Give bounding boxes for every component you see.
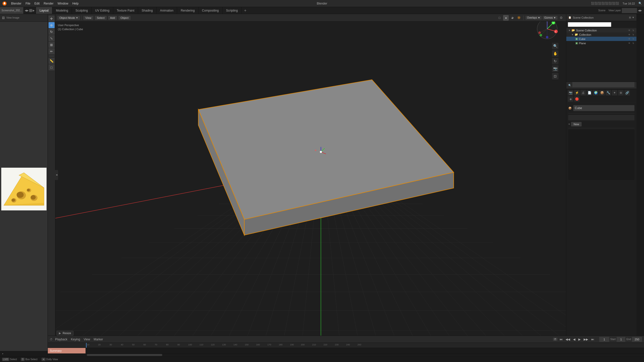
plane-vis-btn[interactable]: 👁 <box>628 42 630 44</box>
search-icon[interactable]: 🔍 <box>638 2 642 5</box>
playback-menu[interactable]: Playback <box>54 337 68 341</box>
rotate-tool[interactable]: ↻ <box>49 29 55 35</box>
menu-render[interactable]: Render <box>42 1 55 6</box>
data-props-btn[interactable]: ◈ <box>568 96 573 102</box>
menu-blender[interactable]: Blender <box>9 1 23 6</box>
view-layer-props-btn[interactable]: 📄 <box>587 90 592 96</box>
modifier-props-btn[interactable]: 🔧 <box>606 90 611 96</box>
tab-rendering[interactable]: Rendering <box>177 7 198 14</box>
viewport-options-btn[interactable]: ⚙ <box>558 15 564 21</box>
jump-start-btn[interactable]: ⏮ <box>558 337 564 341</box>
plane-restrict-btn[interactable]: 🖱 <box>632 42 634 44</box>
outliner-panel: 📋 Scene Collection ⊞ ▼ ▼ 📂 Scene Collect… <box>566 14 636 82</box>
tab-animation[interactable]: Animation <box>156 7 177 14</box>
properties-header: 🔍 <box>566 82 636 89</box>
scene-collection-vis-btn[interactable]: 👁 <box>628 29 630 32</box>
constraints-props-btn[interactable]: 🔗 <box>624 90 630 96</box>
object-props-btn[interactable]: 📦 <box>599 90 605 96</box>
tab-sculpting[interactable]: Sculpting <box>72 7 92 14</box>
prev-keyframe-btn[interactable]: ◀◀ <box>565 337 571 341</box>
current-frame-input[interactable] <box>599 337 609 342</box>
viewport-add-menu[interactable]: Add <box>108 16 117 20</box>
outliner-view-btn[interactable]: ▼ <box>632 16 634 19</box>
outliner-scene-collection[interactable]: ▼ 📂 Scene Collection 👁 🖱 <box>566 28 636 32</box>
particles-props-btn[interactable]: ✦ <box>612 90 617 96</box>
object-name-input[interactable] <box>573 105 634 111</box>
play-btn[interactable]: ▶ <box>577 337 582 341</box>
render-props-btn[interactable]: ⚡ <box>574 90 580 96</box>
material-search-input[interactable] <box>568 115 634 120</box>
menu-window[interactable]: Window <box>56 1 70 6</box>
menu-file[interactable]: File <box>23 1 32 6</box>
properties-search-input[interactable] <box>572 82 634 87</box>
menu-help[interactable]: Help <box>70 1 80 6</box>
toggle-btn[interactable]: ⊡ <box>552 73 558 79</box>
cube-restrict-btn[interactable]: 🖱 <box>632 38 634 40</box>
timeline-ruler[interactable]: 10 20 30 40 50 60 70 80 90 100 110 120 1… <box>48 343 644 348</box>
outliner-search-input[interactable] <box>568 22 611 27</box>
sidebar-collapse-btn[interactable]: ◀ <box>55 170 58 180</box>
outliner-collection-item[interactable]: ▼ 📁 Collection 👁 🖱 <box>566 32 636 37</box>
tab-uv-editing[interactable]: UV Editing <box>92 7 113 14</box>
marker-menu[interactable]: Marker <box>93 337 104 341</box>
gizmos-btn[interactable]: Gizmos ▼ <box>543 16 557 20</box>
rendered-shading-btn[interactable]: 🔆 <box>516 15 522 21</box>
tab-shading[interactable]: Shading <box>138 7 156 14</box>
outliner-filter-btn[interactable]: ⊞ <box>629 16 631 19</box>
end-frame-input[interactable] <box>632 337 642 342</box>
tab-layout[interactable]: Layout <box>36 7 52 14</box>
scene-collection-restrict-btn[interactable]: 🖱 <box>632 29 634 32</box>
material-shading-btn[interactable]: ◕ <box>510 15 515 21</box>
tab-modeling[interactable]: Modeling <box>52 7 72 14</box>
world-props-btn[interactable]: 🌍 <box>593 90 598 96</box>
expand-collection: ▼ <box>571 33 574 36</box>
viewport-collection-label: (1) Collection | Cube <box>58 28 83 31</box>
viewport-view-menu[interactable]: View <box>83 16 93 20</box>
menu-edit[interactable]: Edit <box>32 1 42 6</box>
timeline-scroll-thumb[interactable] <box>87 354 162 356</box>
tab-compositing[interactable]: Compositing <box>198 7 223 14</box>
output-props-btn[interactable]: 🖨 <box>580 90 586 96</box>
collection-restrict-btn[interactable]: 🖱 <box>632 33 634 36</box>
outliner-plane-item[interactable]: ▣ Plane 👁 🖱 <box>566 41 636 45</box>
timeline-scrollbar[interactable] <box>48 353 644 356</box>
viewport-select-menu[interactable]: Select <box>95 16 107 20</box>
cube-vis-btn[interactable]: 👁 <box>628 38 630 40</box>
keying-menu[interactable]: Keying <box>70 337 81 341</box>
viewport-canvas[interactable] <box>55 22 566 336</box>
measure-tool[interactable]: 📏 <box>49 58 55 64</box>
main-viewport[interactable] <box>55 22 566 336</box>
play-reverse-btn[interactable]: ◀ <box>572 337 576 341</box>
next-keyframe-btn[interactable]: ▶▶ <box>583 337 589 341</box>
start-frame-input[interactable] <box>617 337 625 342</box>
tab-texture-paint[interactable]: Texture Paint <box>113 7 138 14</box>
tab-scripting[interactable]: Scripting <box>223 7 242 14</box>
hand-btn[interactable]: ✋ <box>552 50 558 57</box>
jump-end-btn[interactable]: ⏭ <box>590 337 595 341</box>
solid-shading-btn[interactable]: ● <box>503 15 509 21</box>
annotate-tool[interactable]: ✏ <box>49 48 55 54</box>
cursor-tool[interactable]: ✛ <box>49 16 55 22</box>
move-tool[interactable]: ⊕ <box>49 22 55 28</box>
sync-btn[interactable]: ⏱ <box>553 338 557 341</box>
outliner-cube-item[interactable]: ▣ Cube 👁 🖱 <box>566 37 636 41</box>
collection-vis-btn[interactable]: 👁 <box>628 33 630 36</box>
timeline-view-menu[interactable]: View <box>83 337 91 341</box>
zoom-btn[interactable]: 🔍 <box>552 43 558 49</box>
physics-props-btn[interactable]: ⊕ <box>618 90 624 96</box>
camera-btn[interactable]: 📷 <box>552 65 558 72</box>
add-tool[interactable]: □ <box>49 64 55 70</box>
scale-tool[interactable]: ⤡ <box>49 35 55 41</box>
overlays-btn[interactable]: Overlays ▼ <box>526 16 542 20</box>
tab-screenshot[interactable]: Screenshot_202... <box>0 7 24 14</box>
new-material-button[interactable]: New <box>571 122 582 126</box>
wireframe-shading-btn[interactable]: ◻ <box>497 15 502 21</box>
material-props-btn[interactable]: 🔴 <box>574 96 580 102</box>
scene-search[interactable] <box>622 8 637 13</box>
add-workspace-button[interactable]: + <box>242 7 249 14</box>
object-mode-dropdown[interactable]: Object Mode ▼ <box>57 16 80 20</box>
scene-props-btn[interactable]: 📷 <box>568 90 573 96</box>
orbit-btn[interactable]: ↻ <box>552 58 558 64</box>
viewport-object-menu[interactable]: Object <box>118 16 131 20</box>
transform-tool[interactable]: ⊞ <box>49 42 55 48</box>
